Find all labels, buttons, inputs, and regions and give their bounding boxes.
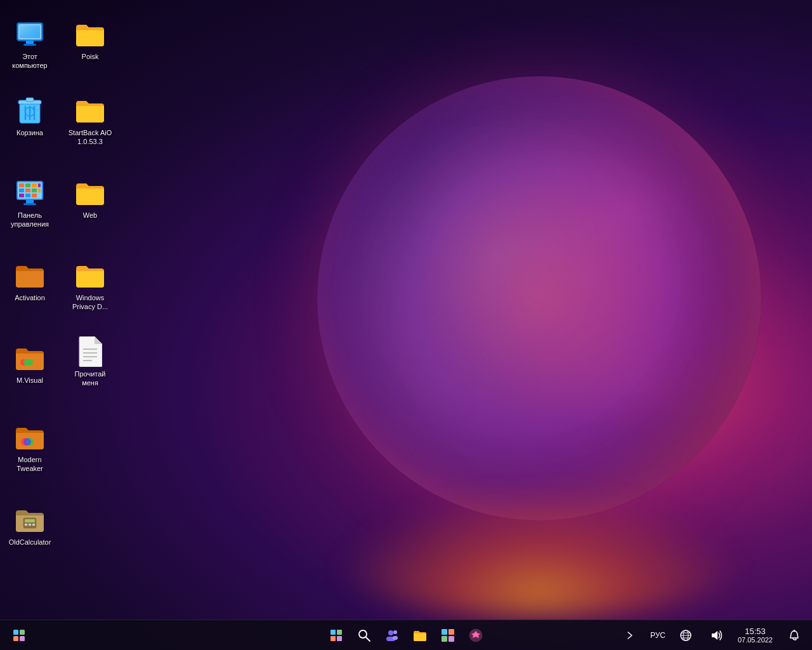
folder-activation-icon [15,260,45,291]
svg-rect-25 [26,200,34,203]
desktop-icon-oldcalculator[interactable]: OldCalculator [1,500,58,552]
file-explorer-button[interactable] [407,623,433,648]
desktop-icon-startback[interactable]: StartBack AiO1.0.53.3 [62,90,119,152]
globe-button[interactable] [673,623,698,648]
svg-rect-16 [32,183,37,187]
svg-rect-49 [331,636,336,641]
folder-yellow-icon [75,19,105,50]
modern-tweaker-label: ModernTweaker [16,455,43,474]
svg-rect-24 [32,194,37,197]
time-display: 15:53 [745,627,766,636]
svg-rect-20 [32,189,37,192]
activation-label: Activation [15,293,45,302]
desktop-icon-prochitay[interactable]: Прочитайменя [62,331,119,393]
folder-modern-tweaker-icon [15,422,45,453]
svg-rect-26 [23,203,36,205]
background-orb [317,76,761,521]
desktop-icon-control-panel[interactable]: Панельуправления [1,173,58,234]
folder-privacy-icon [75,260,105,291]
volume-button[interactable] [704,623,729,648]
svg-rect-15 [25,183,30,187]
desktop-icon-poisk[interactable]: Poisk [62,14,119,66]
svg-rect-56 [393,636,398,640]
show-hidden-icons-button[interactable] [617,623,643,648]
controlpanel-icon [15,178,45,208]
monitor-icon [15,19,45,50]
svg-rect-18 [19,189,24,192]
recyclebin-icon [15,95,45,126]
prochitay-label: Прочитайменя [75,369,106,388]
desktop-icon-windows-privacy[interactable]: WindowsPrivacy D... [62,255,119,317]
this-pc-label: Этоткомпьютер [12,52,47,70]
language-button[interactable]: РУС [648,623,668,648]
web-label: Web [83,211,97,220]
svg-rect-60 [449,636,454,642]
svg-rect-59 [442,636,447,642]
folder-oldcalculator-icon [15,505,45,535]
mvisual-label: M.Visual [16,376,43,385]
windows-privacy-label: WindowsPrivacy D... [72,293,108,312]
svg-rect-21 [38,189,41,192]
document-icon [75,336,105,367]
svg-point-55 [393,630,397,634]
notifications-button[interactable] [782,623,807,648]
svg-rect-2 [26,41,34,44]
svg-rect-42 [32,524,35,526]
svg-rect-41 [29,524,31,526]
svg-rect-46 [20,636,25,641]
svg-rect-43 [13,630,18,635]
svg-rect-3 [23,44,36,46]
svg-rect-50 [337,636,342,641]
folder-startback-icon [75,95,105,126]
svg-point-53 [388,630,393,635]
start-button[interactable] [324,623,349,648]
svg-rect-48 [337,630,342,635]
poisk-label: Poisk [82,52,99,61]
svg-rect-8 [26,98,34,102]
svg-point-51 [359,630,367,638]
taskbar-right: РУС [617,623,812,648]
desktop-icon-modern-tweaker[interactable]: ModernTweaker [1,417,58,479]
svg-rect-5 [20,25,40,38]
solitaire-button[interactable] [463,623,488,648]
date-display: 07.05.2022 [738,636,773,644]
desktop: Этоткомпьютер Poisk [0,0,812,650]
startback-label: StartBack AiO1.0.53.3 [69,128,112,147]
orb-bottom-glow [330,491,749,618]
svg-rect-40 [25,524,27,526]
svg-rect-14 [19,183,24,187]
search-button[interactable] [351,623,377,648]
control-panel-label: Панельуправления [11,211,49,229]
oldcalculator-label: OldCalculator [9,538,51,547]
svg-rect-23 [25,194,30,197]
teams-button[interactable] [379,623,405,648]
svg-rect-17 [38,183,41,187]
svg-rect-57 [442,629,447,635]
language-text: РУС [650,631,665,640]
taskbar-center [324,623,488,648]
taskbar: РУС [0,620,812,650]
folder-web-icon [75,178,105,208]
widgets-button[interactable] [5,621,33,649]
desktop-icon-this-pc[interactable]: Этоткомпьютер [1,14,58,76]
svg-rect-39 [25,519,35,522]
store-button[interactable] [435,623,461,648]
desktop-icon-recycle-bin[interactable]: Корзина [1,90,58,142]
svg-rect-19 [25,189,30,192]
recycle-bin-label: Корзина [16,128,43,137]
taskbar-left [0,621,33,649]
svg-rect-22 [19,194,24,197]
svg-point-37 [23,438,31,446]
desktop-icons: Этоткомпьютер Poisk [0,6,127,603]
desktop-icon-activation[interactable]: Activation [1,255,58,307]
svg-rect-47 [331,630,336,635]
time-date-button[interactable]: 15:53 07.05.2022 [734,625,776,645]
svg-rect-45 [13,636,18,641]
svg-line-52 [366,637,370,641]
folder-mvisual-icon [15,343,45,373]
svg-rect-58 [449,629,454,635]
desktop-icon-web[interactable]: Web [62,173,119,225]
svg-rect-44 [20,630,25,635]
svg-point-30 [23,359,30,366]
desktop-icon-mvisual[interactable]: M.Visual [1,338,58,390]
